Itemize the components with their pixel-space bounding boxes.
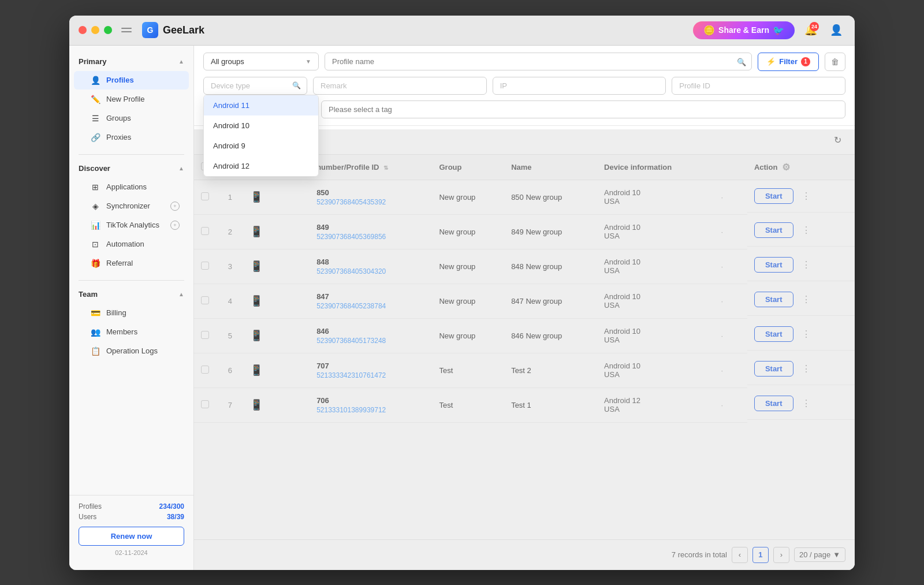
sidebar-item-tiktok-analytics[interactable]: 📊 TikTok Analytics + — [74, 216, 189, 234]
sidebar-item-synchronizer[interactable]: ◈ Synchronizer + — [74, 197, 189, 215]
sidebar-stats: Profiles 234/300 Users 38/39 — [79, 502, 184, 521]
share-earn-banner[interactable]: 🪙 Share & Earn 🐦 — [693, 21, 795, 39]
clear-filter-button[interactable]: 🗑 — [825, 53, 845, 71]
filter-row-1: All groups ▼ 🔍 ⚡ Filter 1 🗑 — [203, 53, 845, 71]
sidebar-label-groups: Groups — [106, 114, 131, 122]
discover-chevron-icon: ▲ — [178, 165, 184, 172]
profile-name-input[interactable] — [325, 53, 752, 70]
sidebar-label-proxies: Proxies — [106, 133, 131, 141]
billing-icon: 💳 — [90, 308, 100, 318]
dropdown-item-android12[interactable]: Android 12 — [204, 156, 318, 176]
notification-badge: 24 — [810, 22, 819, 31]
sidebar-label-referral: Referral — [106, 259, 133, 267]
sync-add-icon: + — [170, 202, 180, 211]
logo-area: G GeeLark — [142, 22, 204, 38]
main-content: All groups ▼ 🔍 ⚡ Filter 1 🗑 — [194, 46, 855, 570]
sidebar-item-referral[interactable]: 🎁 Referral — [74, 254, 189, 273]
sidebar-toggle-button[interactable] — [121, 24, 133, 36]
ip-input[interactable] — [493, 77, 666, 95]
date-text: 02-11-2024 — [79, 549, 184, 556]
app-window: G GeeLark 🪙 Share & Earn 🐦 🔔 24 👤 Primar… — [69, 16, 855, 570]
device-search-icon: 🔍 — [292, 81, 301, 90]
sidebar-bottom: Profiles 234/300 Users 38/39 Renew now 0… — [69, 495, 193, 563]
user-menu-button[interactable]: 👤 — [827, 21, 845, 39]
tiktok-add-icon: + — [170, 221, 180, 230]
dropdown-item-android10[interactable]: Android 10 — [204, 115, 318, 136]
referral-icon: 🎁 — [90, 259, 100, 268]
titlebar: G GeeLark 🪙 Share & Earn 🐦 🔔 24 👤 — [69, 16, 855, 46]
sidebar-item-applications[interactable]: ⊞ Applications — [74, 178, 189, 196]
maximize-window-button[interactable] — [104, 26, 112, 34]
group-dropdown[interactable]: All groups ▼ — [203, 53, 319, 70]
proxies-icon: 🔗 — [90, 133, 100, 142]
groups-icon: ☰ — [90, 114, 100, 123]
tiktok-icon: 📊 — [90, 221, 100, 230]
sidebar-divider-2 — [79, 280, 184, 281]
sidebar-item-billing[interactable]: 💳 Billing — [74, 304, 189, 322]
sidebar-label-profiles: Profiles — [106, 76, 134, 84]
traffic-lights — [79, 26, 112, 34]
renew-button[interactable]: Renew now — [79, 527, 184, 546]
sidebar-item-profiles[interactable]: 👤 Profiles — [74, 71, 189, 90]
device-type-wrap: Device type 🔍 Android 11 Android 10 Andr… — [203, 77, 307, 95]
sidebar-item-automation[interactable]: ⊡ Automation — [74, 235, 189, 254]
share-earn-label: Share & Earn — [718, 25, 769, 35]
coin-icon-2: 🐦 — [773, 25, 784, 36]
sidebar-discover-section: Discover ▲ ⊞ Applications ◈ Synchronizer… — [69, 159, 193, 273]
sidebar-item-members[interactable]: 👥 Members — [74, 323, 189, 341]
sidebar-item-groups[interactable]: ☰ Groups — [74, 109, 189, 128]
users-stat-row: Users 38/39 — [79, 513, 184, 521]
titlebar-right: 🪙 Share & Earn 🐦 🔔 24 👤 — [693, 21, 845, 39]
filter-bar: All groups ▼ 🔍 ⚡ Filter 1 🗑 — [194, 46, 855, 126]
sidebar-label-members: Members — [106, 327, 137, 336]
coin-icon: 🪙 — [703, 25, 715, 36]
sidebar-divider-1 — [79, 154, 184, 155]
primary-section-header[interactable]: Primary ▲ — [69, 53, 193, 70]
dropdown-item-android9[interactable]: Android 9 — [204, 136, 318, 156]
profiles-icon: 👤 — [90, 76, 100, 85]
team-section-header[interactable]: Team ▲ — [69, 285, 193, 303]
profile-id-input[interactable] — [672, 77, 845, 95]
sidebar-label-synchronizer: Synchronizer — [106, 202, 150, 210]
team-section-label: Team — [79, 290, 98, 299]
remark-input[interactable] — [313, 77, 487, 95]
device-type-dropdown[interactable]: Device type 🔍 — [203, 77, 307, 95]
dropdown-item-android11[interactable]: Android 11 — [204, 95, 318, 115]
sidebar-label-billing: Billing — [106, 308, 126, 317]
sidebar-item-operation-logs[interactable]: 📋 Operation Logs — [74, 342, 189, 360]
sidebar-label-operation-logs: Operation Logs — [106, 346, 158, 355]
synchronizer-icon: ◈ — [90, 202, 100, 211]
users-stat-label: Users — [79, 513, 96, 521]
applications-icon: ⊞ — [90, 182, 100, 192]
sidebar-item-new-profile[interactable]: ✏️ New Profile — [74, 90, 189, 109]
close-window-button[interactable] — [79, 26, 87, 34]
users-stat-value: 38/39 — [167, 513, 184, 521]
sidebar: Primary ▲ 👤 Profiles ✏️ New Profile ☰ Gr… — [69, 46, 194, 570]
sidebar-label-new-profile: New Profile — [106, 95, 144, 103]
minimize-window-button[interactable] — [91, 26, 99, 34]
notification-button[interactable]: 🔔 24 — [802, 21, 820, 39]
sidebar-item-proxies[interactable]: 🔗 Proxies — [74, 128, 189, 147]
overlay-dim — [194, 129, 855, 570]
primary-chevron-icon: ▲ — [178, 58, 184, 65]
filter-label: Filter — [779, 57, 798, 66]
filter-icon: ⚡ — [766, 57, 776, 66]
filter-button[interactable]: ⚡ Filter 1 — [758, 53, 819, 71]
group-dropdown-arrow-icon: ▼ — [305, 58, 311, 65]
sidebar-team-section: Team ▲ 💳 Billing 👥 Members 📋 Operation L… — [69, 285, 193, 361]
app-body: Primary ▲ 👤 Profiles ✏️ New Profile ☰ Gr… — [69, 46, 855, 570]
profiles-stat-label: Profiles — [79, 502, 102, 511]
device-type-dropdown-menu: Android 11 Android 10 Android 9 Android … — [203, 95, 319, 177]
discover-section-header[interactable]: Discover ▲ — [69, 159, 193, 177]
filter-count-badge: 1 — [801, 57, 810, 66]
team-chevron-icon: ▲ — [178, 291, 184, 297]
logo-text: GeeLark — [163, 24, 204, 36]
filter-row-2: Device type 🔍 Android 11 Android 10 Andr… — [203, 77, 845, 95]
device-type-label: Device type — [211, 81, 250, 90]
profile-name-search-wrap: 🔍 — [325, 53, 752, 70]
primary-section-label: Primary — [79, 57, 106, 66]
profile-search-icon: 🔍 — [737, 57, 746, 66]
sidebar-label-automation: Automation — [106, 240, 144, 248]
tag-select-input[interactable] — [321, 100, 845, 118]
members-icon: 👥 — [90, 327, 100, 337]
